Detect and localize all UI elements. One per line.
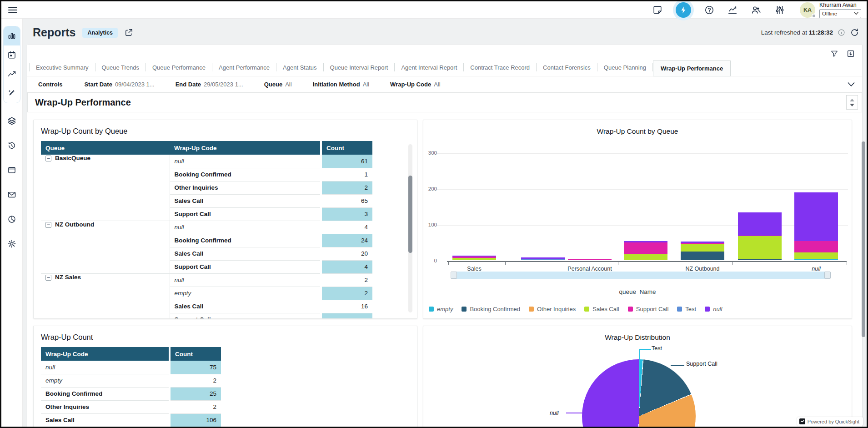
bar-segment-sales-call[interactable] <box>624 254 667 260</box>
help-icon[interactable] <box>704 5 714 15</box>
users-icon[interactable] <box>751 5 762 15</box>
count-cell: 2 <box>170 374 221 387</box>
scroll-up-icon[interactable] <box>850 99 854 101</box>
control-end-date[interactable]: End Date29/05/2023 1... <box>176 81 243 88</box>
column-header-wrapup-code[interactable]: Wrap-Up Code <box>170 141 321 155</box>
queue-cell[interactable]: −BasicQueue <box>41 155 170 221</box>
column-header-count[interactable]: Count <box>321 141 372 155</box>
bar-segment-sales-call[interactable] <box>452 258 496 260</box>
menu-icon[interactable] <box>8 6 18 14</box>
tab-agent-interval-report[interactable]: Agent Interval Report <box>395 64 463 76</box>
scroll-down-icon[interactable] <box>850 104 854 106</box>
tab-contract-trace-record[interactable]: Contract Trace Record <box>464 64 536 76</box>
bar-unlabeled[interactable] <box>624 241 667 260</box>
window-icon <box>7 166 16 175</box>
legend-item-booking-confirmed[interactable]: Booking Confirmed <box>462 306 520 312</box>
scrollbar-right-handle[interactable] <box>824 272 831 279</box>
tab-executive-summary[interactable]: Executive Summary <box>30 64 95 76</box>
bar-segment-support-call[interactable] <box>624 242 667 254</box>
legend-item-sales-call[interactable]: Sales Call <box>584 306 619 312</box>
filter-icon[interactable] <box>830 50 838 58</box>
tab-queue-performance[interactable]: Queue Performance <box>146 64 212 76</box>
bar-segment-empty[interactable] <box>794 259 838 260</box>
sidebar-item-settings[interactable] <box>1 232 22 256</box>
bar-chart-title: Wrap-Up Count by Queue <box>423 127 852 136</box>
column-header-count[interactable]: Count <box>170 347 221 361</box>
legend-item-support-call[interactable]: Support Call <box>628 306 669 312</box>
pie-chart[interactable] <box>582 359 696 428</box>
status-value: Offline <box>822 11 837 16</box>
bar-personal-account[interactable] <box>568 259 612 260</box>
sidebar-item-mail[interactable] <box>1 182 22 207</box>
tab-wrap-up-performance[interactable]: Wrap-Up Performance <box>653 60 731 76</box>
column-header-wrapup-code[interactable]: Wrap-Up Code <box>41 347 170 361</box>
control-start-date[interactable]: Start Date09/04/2023 1... <box>84 81 154 88</box>
status-select[interactable]: Offline <box>819 9 861 18</box>
sidebar-item-schedule[interactable] <box>4 45 20 65</box>
sidebar-item-analytics[interactable] <box>4 26 20 45</box>
powered-by-quicksight[interactable]: Powered by QuickSight <box>797 417 863 426</box>
sidebar-item-design[interactable] <box>4 84 20 103</box>
collapse-icon[interactable]: − <box>45 156 51 161</box>
sidebar-item-layers[interactable] <box>1 109 22 133</box>
legend-label: Booking Confirmed <box>470 306 520 312</box>
avatar[interactable]: KA <box>800 2 815 18</box>
tab-queue-interval-report[interactable]: Queue Interval Report <box>324 64 395 76</box>
control-queue[interactable]: QueueAll <box>264 81 292 88</box>
bar-unlabeled[interactable] <box>521 257 565 260</box>
legend-item-test[interactable]: Test <box>677 306 696 312</box>
tab-queue-trends[interactable]: Queue Trends <box>95 64 146 76</box>
avatar-initials: KA <box>803 7 812 13</box>
control-initiation-method[interactable]: Initiation MethodAll <box>313 81 369 88</box>
bar-nz-outbound[interactable] <box>681 242 724 260</box>
tab-contact-forensics[interactable]: Contact Forensics <box>537 64 597 76</box>
tab-agent-performance[interactable]: Agent Performance <box>212 64 276 76</box>
dashboard-scrollbar-thumb[interactable] <box>862 141 865 337</box>
tab-agent-status[interactable]: Agent Status <box>276 64 323 76</box>
bar-null[interactable] <box>794 192 838 260</box>
legend-item-empty[interactable]: empty <box>429 306 453 312</box>
bar-segment-sales-call[interactable] <box>794 252 838 260</box>
sheet-scroll-spinner[interactable] <box>846 95 858 110</box>
info-icon[interactable] <box>838 29 845 36</box>
count-cell: 75 <box>170 361 221 374</box>
column-header-queue[interactable]: Queue <box>41 141 170 155</box>
tab-queue-planning[interactable]: Queue Planning <box>597 64 652 76</box>
controls-collapse-chevron-icon[interactable] <box>848 82 855 87</box>
legend-item-null[interactable]: null <box>705 306 722 312</box>
queue-cell[interactable]: −NZ Outbound <box>41 221 170 273</box>
sidebar-item-reports[interactable] <box>1 207 22 232</box>
legend-item-other-inquiries[interactable]: Other Inquiries <box>529 306 576 312</box>
bar-segment-support-call[interactable] <box>794 241 838 252</box>
bar-segment-null[interactable] <box>794 192 838 241</box>
bar-sales[interactable] <box>452 256 496 260</box>
open-external-icon[interactable] <box>125 28 133 37</box>
refresh-icon[interactable] <box>850 28 859 37</box>
metrics-icon[interactable] <box>728 5 738 15</box>
bar-segment-support-call[interactable] <box>568 259 612 260</box>
chart-horizontal-scrollbar[interactable] <box>451 272 830 279</box>
control-wrap-up-code[interactable]: Wrap-Up CodeAll <box>390 81 441 88</box>
scrollbar-left-handle[interactable] <box>451 272 457 279</box>
count-cell: 16 <box>321 300 372 313</box>
export-icon[interactable] <box>847 50 855 58</box>
sliders-icon[interactable] <box>775 5 785 15</box>
quick-actions-icon[interactable] <box>676 2 691 18</box>
bar-segment-booking-confirmed[interactable] <box>738 259 782 260</box>
sidebar-item-history[interactable] <box>1 133 22 158</box>
table-scrollbar-thumb[interactable] <box>408 176 412 253</box>
collapse-icon[interactable]: − <box>45 222 51 228</box>
sidebar-item-window[interactable] <box>1 158 22 182</box>
bar-segment-null[interactable] <box>738 212 782 236</box>
bar-segment-booking-confirmed[interactable] <box>681 252 724 260</box>
pie-slice-label-test: Test <box>652 345 662 352</box>
notes-icon[interactable] <box>652 5 662 15</box>
pivot-table: Queue Wrap-Up Code Count −BasicQueuenull… <box>41 141 372 319</box>
collapse-icon[interactable]: − <box>45 275 51 281</box>
sidebar-item-trends[interactable] <box>4 65 20 84</box>
bar-segment-sales-call[interactable] <box>738 236 782 259</box>
bar-segment-test[interactable] <box>521 259 565 260</box>
bar-segment-sales-call[interactable] <box>681 244 724 252</box>
queue-cell[interactable]: −NZ Sales <box>41 273 170 319</box>
bar-unlabeled[interactable] <box>738 212 782 260</box>
